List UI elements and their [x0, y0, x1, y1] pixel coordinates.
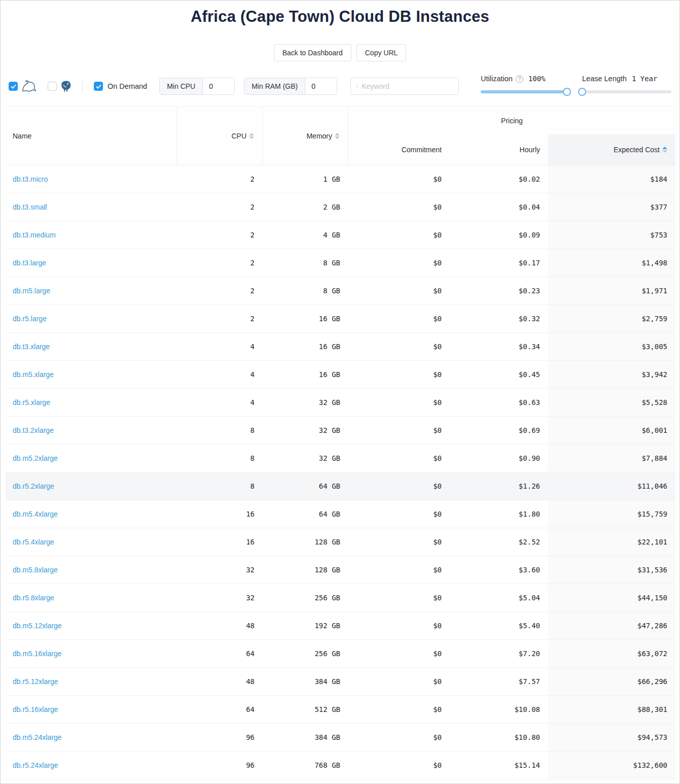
top-buttons: Back to Dashboard Copy URL — [1, 44, 679, 61]
table-row[interactable]: db.m5.2xlarge 8 32 GB $0 $0.90 $7,884 — [6, 445, 675, 472]
instance-link[interactable]: db.t3.small — [13, 203, 47, 211]
memory-cell: 128 GB — [263, 556, 348, 584]
instance-link[interactable]: db.r5.large — [13, 315, 47, 323]
help-icon[interactable]: ? — [516, 75, 523, 83]
expected-cost-cell: $31,536 — [548, 556, 675, 584]
mysql-checkbox[interactable] — [9, 82, 18, 91]
table-row[interactable]: db.m5.24xlarge 96 384 GB $0 $10.80 $94,5… — [6, 724, 675, 752]
column-header-expected-cost[interactable]: Expected Cost — [548, 134, 675, 165]
cpu-cell: 4 — [177, 361, 263, 388]
hourly-cell: $1.26 — [450, 472, 548, 500]
engine-filters: On Demand Min CPU Min RAM (GB) — [9, 78, 459, 95]
postgresql-elephant-icon — [60, 80, 72, 92]
column-header-name[interactable]: Name — [6, 107, 177, 165]
instance-link[interactable]: db.t3.micro — [13, 175, 48, 183]
commitment-cell: $0 — [348, 696, 450, 723]
utilization-slider[interactable] — [481, 90, 567, 93]
commitment-cell: $0 — [348, 528, 450, 556]
table-row[interactable]: db.r5.12xlarge 48 384 GB $0 $7.57 $66,29… — [6, 668, 675, 696]
min-ram-input[interactable] — [305, 78, 337, 94]
min-cpu-input[interactable] — [203, 78, 234, 94]
on-demand-checkbox[interactable] — [94, 82, 103, 91]
memory-cell: 4 GB — [263, 221, 348, 249]
sort-carets-icon[interactable] — [335, 133, 340, 139]
memory-cell: 384 GB — [263, 724, 348, 751]
table-row[interactable]: db.r5.8xlarge 32 256 GB $0 $5.04 $44,150 — [6, 584, 675, 612]
table-row[interactable]: db.m5.4xlarge 16 64 GB $0 $1.80 $15,759 — [6, 500, 675, 528]
memory-cell: 16 GB — [263, 333, 348, 360]
column-header-hourly[interactable]: Hourly — [450, 134, 548, 165]
column-header-memory[interactable]: Memory — [263, 107, 348, 165]
table-row[interactable]: db.t3.micro 2 1 GB $0 $0.02 $184 — [6, 165, 675, 193]
table-row[interactable]: db.r5.large 2 16 GB $0 $0.32 $2,759 — [6, 305, 675, 333]
table-row[interactable]: db.r5.xlarge 4 32 GB $0 $0.63 $5,528 — [6, 389, 675, 417]
table-row[interactable]: db.t3.small 2 2 GB $0 $0.04 $377 — [6, 193, 675, 221]
table-row[interactable]: db.t3.xlarge 4 16 GB $0 $0.34 $3,005 — [6, 333, 675, 361]
instance-link[interactable]: db.t3.2xlarge — [13, 426, 54, 434]
commitment-cell: $0 — [348, 472, 450, 500]
expected-cost-cell: $22,101 — [548, 528, 675, 556]
sort-carets-icon[interactable] — [662, 147, 667, 153]
commitment-cell: $0 — [348, 584, 450, 611]
instance-link[interactable]: db.m5.2xlarge — [13, 454, 58, 462]
hourly-cell: $0.45 — [450, 361, 548, 388]
memory-cell: 16 GB — [263, 305, 348, 332]
slider-handle[interactable] — [563, 88, 571, 96]
table-row[interactable]: db.t3.large 2 8 GB $0 $0.17 $1,498 — [6, 249, 675, 277]
expected-cost-cell: $66,296 — [548, 668, 675, 695]
instance-link[interactable]: db.t3.large — [13, 259, 46, 267]
instance-link[interactable]: db.r5.24xlarge — [13, 761, 58, 769]
instance-link[interactable]: db.r5.16xlarge — [13, 705, 58, 713]
instance-link[interactable]: db.m5.large — [13, 287, 50, 295]
cpu-cell: 4 — [177, 333, 263, 360]
commitment-cell: $0 — [348, 333, 450, 360]
column-header-commitment[interactable]: Commitment — [348, 134, 450, 165]
instance-link[interactable]: db.t3.xlarge — [13, 343, 50, 351]
instance-link[interactable]: db.m5.12xlarge — [13, 622, 62, 630]
table-row[interactable]: db.m5.xlarge 4 16 GB $0 $0.45 $3,942 — [6, 361, 675, 389]
expected-cost-cell: $7,884 — [548, 445, 675, 472]
table-row[interactable]: db.r5.16xlarge 64 512 GB $0 $10.08 $88,3… — [6, 696, 675, 724]
table-row[interactable]: db.t3.2xlarge 8 32 GB $0 $0.69 $6,001 — [6, 417, 675, 445]
memory-cell: 64 GB — [263, 500, 348, 528]
table-row[interactable]: db.r5.24xlarge 96 768 GB $0 $15.14 $132,… — [6, 752, 675, 779]
hourly-cell: $0.17 — [450, 249, 548, 277]
table-row[interactable]: db.m5.8xlarge 32 128 GB $0 $3.60 $31,536 — [6, 556, 675, 584]
instance-link[interactable]: db.r5.xlarge — [13, 398, 50, 406]
instance-link[interactable]: db.m5.16xlarge — [13, 650, 62, 658]
min-cpu-label: Min CPU — [160, 78, 203, 94]
instance-link[interactable]: db.m5.xlarge — [13, 370, 54, 379]
cpu-cell: 8 — [177, 472, 263, 500]
filter-divider — [82, 80, 83, 93]
expected-cost-cell: $1,971 — [548, 277, 675, 304]
sort-carets-icon[interactable] — [249, 133, 254, 139]
instances-table: Name CPU Memory Pricing Commitment Hourl… — [6, 106, 675, 784]
cpu-cell: 8 — [177, 445, 263, 472]
back-to-dashboard-button[interactable]: Back to Dashboard — [274, 44, 351, 61]
table-row[interactable]: db.m5.12xlarge 48 192 GB $0 $5.40 $47,28… — [6, 612, 675, 640]
instance-link[interactable]: db.m5.8xlarge — [13, 566, 58, 574]
memory-cell: 512 GB — [263, 696, 348, 723]
table-row[interactable]: db.t3.medium 2 4 GB $0 $0.09 $753 — [6, 221, 675, 249]
column-header-cpu[interactable]: CPU — [177, 107, 263, 165]
instance-link[interactable]: db.r5.8xlarge — [13, 594, 54, 602]
table-row[interactable]: db.r5.4xlarge 16 128 GB $0 $2.52 $22,101 — [6, 528, 675, 556]
instance-link[interactable]: db.m5.4xlarge — [13, 510, 58, 518]
expected-cost-cell: $377 — [548, 193, 675, 221]
instance-link[interactable]: db.r5.12xlarge — [13, 677, 58, 686]
table-row[interactable]: db.r5.2xlarge 8 64 GB $0 $1.26 $11,046 — [6, 472, 675, 500]
slider-handle[interactable] — [578, 88, 586, 96]
instance-link[interactable]: db.m5.24xlarge — [13, 733, 62, 741]
lease-length-label: Lease Length — [582, 75, 627, 83]
copy-url-button[interactable]: Copy URL — [356, 44, 407, 61]
table-row[interactable]: db.m5.large 2 8 GB $0 $0.23 $1,971 — [6, 277, 675, 305]
hourly-cell: $0.23 — [450, 277, 548, 304]
keyword-input[interactable] — [362, 82, 453, 90]
instance-link[interactable]: db.r5.2xlarge — [13, 482, 54, 490]
instance-link[interactable]: db.t3.medium — [13, 231, 56, 239]
table-row[interactable]: db.m5.16xlarge 64 256 GB $0 $7.20 $63,07… — [6, 640, 675, 668]
memory-cell: 8 GB — [263, 277, 348, 304]
instance-link[interactable]: db.r5.4xlarge — [13, 538, 54, 546]
lease-length-slider[interactable] — [582, 90, 671, 93]
postgresql-checkbox[interactable] — [48, 82, 57, 91]
